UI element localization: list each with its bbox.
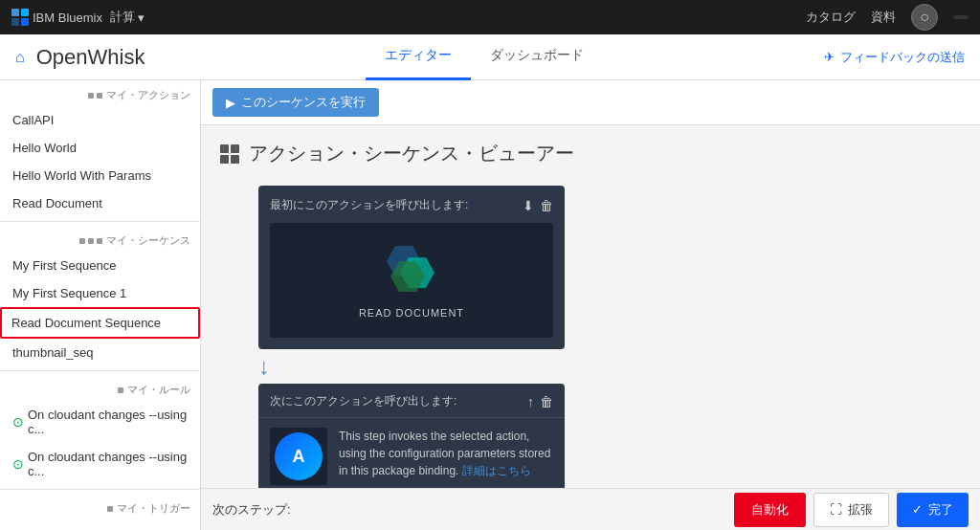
resource-link[interactable]: 資料 xyxy=(871,9,896,26)
step-2-body: A This step invokes the selected action,… xyxy=(258,418,565,495)
sidebar-item-myfirstsequence1[interactable]: My First Sequence 1 xyxy=(0,279,200,307)
sidebar-item-readdocumentsequence[interactable]: Read Document Sequence xyxy=(0,307,200,339)
second-nav-left: ⌂ OpenWhisk xyxy=(15,45,145,70)
home-icon[interactable]: ⌂ xyxy=(15,49,25,66)
step-2-header: 次にこのアクションを呼び出します: ↑ 🗑 xyxy=(258,384,565,418)
top-nav-right: カタログ 資料 ○ xyxy=(806,4,969,31)
compute-menu[interactable]: 計算 ▾ xyxy=(110,9,145,26)
second-nav: ⌂ OpenWhisk エディター ダッシュボード ✈ フィードバックの送信 xyxy=(0,34,980,80)
action-card-inner: READ DOCUMENT xyxy=(270,223,553,338)
chevron-down-icon: ▾ xyxy=(138,11,145,25)
grid-icon xyxy=(220,144,239,164)
user-name[interactable] xyxy=(953,15,969,19)
my-rules-header: マイ・ルール xyxy=(0,375,200,401)
triggers-dots xyxy=(107,506,113,512)
expand-button[interactable]: ⛶ 拡張 xyxy=(813,493,889,527)
step-2-action-thumbnail: A xyxy=(270,428,327,485)
sidebar-item-helloworld[interactable]: Hello World xyxy=(0,134,200,162)
step-2-details-link[interactable]: 詳細はこちら xyxy=(462,464,531,477)
sidebar-item-rule1[interactable]: ⊙ On cloudant changes --using c... xyxy=(0,401,200,443)
user-avatar[interactable]: ○ xyxy=(911,4,938,31)
step-1-delete-icon[interactable]: 🗑 xyxy=(540,198,553,213)
divider-3 xyxy=(0,489,200,490)
user-circle-icon: ○ xyxy=(920,9,929,26)
step-2-delete-icon[interactable]: 🗑 xyxy=(540,394,553,409)
bluemix-logo: IBM Bluemix xyxy=(11,9,102,26)
step-1-header: 最初にこのアクションを呼び出します: ⬇ 🗑 xyxy=(270,197,553,213)
rule-active-icon-2: ⊙ xyxy=(12,456,24,472)
actions-dots xyxy=(88,93,102,99)
tab-dashboard[interactable]: ダッシュボード xyxy=(471,34,603,80)
my-triggers-header: マイ・トリガー xyxy=(0,494,200,519)
automate-button[interactable]: 自動化 xyxy=(734,493,806,527)
content-area: ▶ このシーケンスを実行 アクション・シーケンス・ビューアー 最初にこ xyxy=(201,80,980,530)
sequence-viewer: アクション・シーケンス・ビューアー 最初にこのアクションを呼び出します: ⬇ 🗑 xyxy=(201,125,980,510)
action-logo: READ DOCUMENT xyxy=(359,242,464,319)
step-1-actions: ⬇ 🗑 xyxy=(523,198,553,213)
feedback-link[interactable]: ✈ フィードバックの送信 xyxy=(824,49,965,66)
my-sequences-header: マイ・シーケンス xyxy=(0,226,200,252)
step-1-download-icon[interactable]: ⬇ xyxy=(523,198,534,213)
action-name-label: READ DOCUMENT xyxy=(359,307,464,319)
main-layout: マイ・アクション CallAPI Hello World Hello World… xyxy=(0,80,980,530)
step-2-description: This step invokes the selected action, u… xyxy=(339,428,553,485)
catalog-link[interactable]: カタログ xyxy=(806,9,856,26)
step-1-card: 最初にこのアクションを呼び出します: ⬇ 🗑 xyxy=(258,186,565,349)
rules-dots xyxy=(118,387,123,393)
bottom-bar-actions: 自動化 ⛶ 拡張 ✓ 完了 xyxy=(734,493,969,527)
step-2-up-icon[interactable]: ↑ xyxy=(527,394,534,409)
sidebar-item-readdocument[interactable]: Read Document xyxy=(0,189,200,217)
sidebar-item-myfirstsequence[interactable]: My First Sequence xyxy=(0,252,200,279)
main-tabs: エディター ダッシュボード xyxy=(366,34,603,80)
run-sequence-button[interactable]: ▶ このシーケンスを実行 xyxy=(212,88,379,117)
top-nav: IBM Bluemix 計算 ▾ カタログ 資料 ○ xyxy=(0,0,980,34)
sidebar-item-helloworldparams[interactable]: Hello World With Params xyxy=(0,162,200,189)
expand-icon: ⛶ xyxy=(830,502,842,517)
action-letter-icon: A xyxy=(293,447,305,467)
bottom-bar: 次のステップ: 自動化 ⛶ 拡張 ✓ 完了 xyxy=(201,488,980,530)
send-icon: ✈ xyxy=(824,50,835,64)
bluemix-icon xyxy=(11,9,29,26)
tab-editor[interactable]: エディター xyxy=(366,34,471,80)
top-nav-left: IBM Bluemix 計算 ▾ xyxy=(11,9,145,26)
sidebar-item-thumbnailseq[interactable]: thumbnail_seq xyxy=(0,339,200,366)
sidebar-item-callapi[interactable]: CallAPI xyxy=(0,106,200,134)
step-2-actions: ↑ 🗑 xyxy=(527,394,553,409)
app-title: OpenWhisk xyxy=(36,45,145,70)
sequence-steps: 最初にこのアクションを呼び出します: ⬇ 🗑 xyxy=(258,186,961,495)
hexagons-svg xyxy=(378,242,447,303)
check-icon: ✓ xyxy=(912,502,923,517)
step-arrow: ↓ xyxy=(258,349,270,384)
viewer-title: アクション・シーケンス・ビューアー xyxy=(220,141,961,166)
step-2-card: 次にこのアクションを呼び出します: ↑ 🗑 A xyxy=(258,384,565,495)
my-actions-header: マイ・アクション xyxy=(0,80,200,106)
divider-2 xyxy=(0,370,200,371)
step-2-action-icon: A xyxy=(275,432,323,480)
divider-1 xyxy=(0,221,200,222)
sidebar: マイ・アクション CallAPI Hello World Hello World… xyxy=(0,80,201,530)
sequences-dots xyxy=(79,238,102,244)
compute-label: 計算 xyxy=(110,9,135,26)
sidebar-item-rule2[interactable]: ⊙ On cloudant changes --using c... xyxy=(0,443,200,485)
play-icon: ▶ xyxy=(226,96,235,110)
arrow-down-icon: ↓ xyxy=(258,353,270,380)
bluemix-logo-text: IBM Bluemix xyxy=(33,11,102,25)
complete-button[interactable]: ✓ 完了 xyxy=(897,493,969,527)
next-step-label: 次のステップ: xyxy=(212,501,291,519)
content-toolbar: ▶ このシーケンスを実行 xyxy=(201,80,980,125)
hexagon-logo xyxy=(378,242,445,299)
rule-active-icon-1: ⊙ xyxy=(12,414,24,430)
